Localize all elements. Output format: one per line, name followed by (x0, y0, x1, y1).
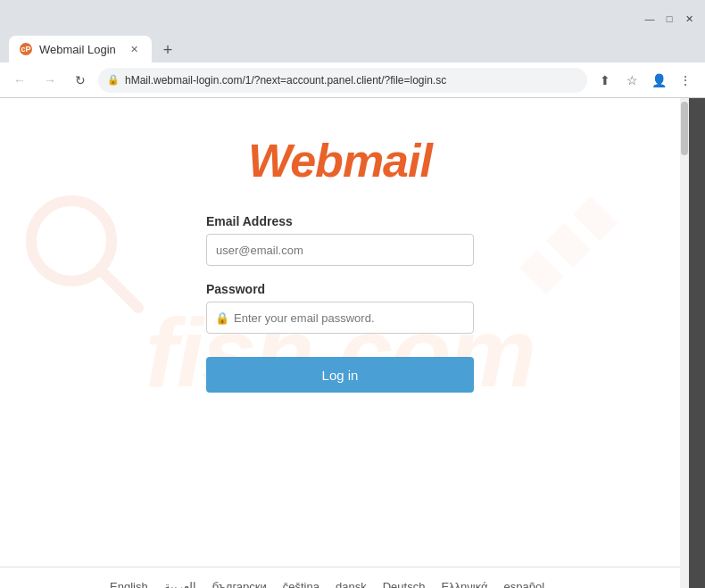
profile-button[interactable]: 👤 (646, 68, 671, 93)
title-bar: — □ ✕ (0, 0, 705, 32)
tab-bar: cP Webmail Login ✕ + (0, 32, 705, 62)
lang-greek[interactable]: Ελληνικά (441, 580, 487, 588)
browser-body: fish.com Webmail Email Address Password … (0, 98, 705, 588)
nav-bar: ← → ↻ 🔒 hMail.webmail-login.com/1/?next=… (0, 62, 705, 98)
scrollbar[interactable] (680, 98, 689, 588)
password-input[interactable] (206, 302, 474, 334)
menu-button[interactable]: ⋮ (673, 68, 698, 93)
lock-icon: 🔒 (107, 74, 120, 86)
email-form-group: Email Address (206, 214, 474, 266)
nav-actions: ⬆ ☆ 👤 ⋮ (593, 68, 698, 93)
password-lock-icon: 🔒 (215, 311, 229, 325)
password-input-wrap: 🔒 (206, 302, 474, 334)
password-form-group: Password 🔒 (206, 282, 474, 334)
lang-english[interactable]: English (110, 580, 148, 588)
lang-bulgarian[interactable]: български (212, 580, 267, 588)
reload-button[interactable]: ↻ (68, 68, 93, 93)
tab-close-button[interactable]: ✕ (127, 42, 141, 56)
back-button[interactable]: ← (7, 68, 32, 93)
maximize-button[interactable]: □ (662, 12, 676, 26)
share-button[interactable]: ⬆ (593, 68, 618, 93)
active-tab[interactable]: cP Webmail Login ✕ (9, 36, 152, 62)
lang-arabic[interactable]: العربية (164, 580, 196, 588)
lang-danish[interactable]: dansk (336, 580, 367, 588)
webmail-logo: Webmail (248, 134, 432, 187)
forward-button[interactable]: → (37, 68, 62, 93)
login-container: Webmail Email Address Password 🔒 Log in (0, 98, 680, 393)
lang-czech[interactable]: čeština (283, 580, 319, 588)
password-label: Password (206, 282, 474, 296)
email-label: Email Address (206, 214, 474, 228)
email-input[interactable] (206, 234, 474, 266)
tab-favicon: cP (20, 43, 32, 55)
lang-more[interactable]: ... (560, 580, 570, 588)
browser-chrome: — □ ✕ cP Webmail Login ✕ + ← → ↻ 🔒 hMail… (0, 0, 705, 98)
minimize-button[interactable]: — (643, 12, 657, 26)
language-bar: English العربية български čeština dansk … (0, 567, 680, 588)
page-content: fish.com Webmail Email Address Password … (0, 98, 680, 588)
close-button[interactable]: ✕ (682, 12, 696, 26)
lang-german[interactable]: Deutsch (383, 580, 426, 588)
address-bar[interactable]: 🔒 hMail.webmail-login.com/1/?next=accoun… (98, 68, 587, 93)
bookmark-button[interactable]: ☆ (619, 68, 644, 93)
scrollbar-thumb[interactable] (681, 102, 688, 155)
new-tab-button[interactable]: + (155, 37, 180, 62)
window-controls[interactable]: — □ ✕ (643, 12, 696, 26)
address-text: hMail.webmail-login.com/1/?next=account.… (125, 74, 578, 87)
tab-title: Webmail Login (39, 43, 116, 56)
login-button[interactable]: Log in (206, 357, 474, 393)
lang-spanish[interactable]: español (504, 580, 545, 588)
